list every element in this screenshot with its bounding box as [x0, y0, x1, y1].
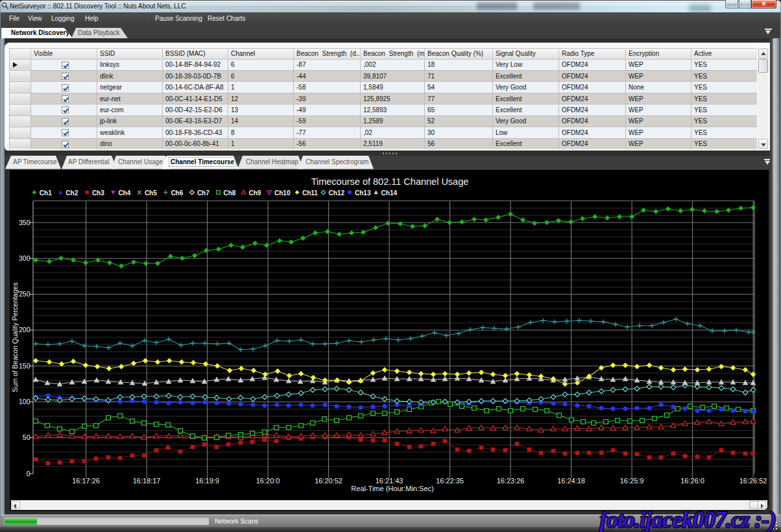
svg-text:Ch11: Ch11 — [302, 189, 318, 197]
svg-text:16:24:18: 16:24:18 — [557, 477, 585, 485]
svg-text:16:17:26: 16:17:26 — [72, 477, 100, 485]
svg-text:Ch8: Ch8 — [224, 189, 236, 197]
svg-text:16:26:0: 16:26:0 — [680, 477, 704, 485]
svg-text:16:21:43: 16:21:43 — [376, 477, 403, 485]
svg-text:Real-Time (Hour:Min:Sec): Real-Time (Hour:Min:Sec) — [351, 485, 433, 492]
svg-text:16:22:35: 16:22:35 — [436, 477, 464, 485]
svg-text:16:19:9: 16:19:9 — [195, 477, 219, 485]
svg-text:Ch6: Ch6 — [171, 189, 183, 197]
svg-text:16:20:0: 16:20:0 — [256, 477, 280, 485]
svg-text:Ch14: Ch14 — [381, 189, 398, 197]
svg-text:16:20:52: 16:20:52 — [315, 477, 342, 485]
svg-text:100: 100 — [19, 398, 30, 405]
svg-text:Ch4: Ch4 — [118, 189, 130, 197]
svg-text:Ch2: Ch2 — [66, 189, 78, 197]
svg-text:Ch12: Ch12 — [329, 189, 345, 197]
svg-text:Ch13: Ch13 — [355, 189, 371, 197]
svg-text:16:26:52: 16:26:52 — [739, 477, 767, 485]
svg-text:Ch5: Ch5 — [145, 189, 157, 197]
svg-text:250: 250 — [19, 290, 30, 298]
svg-text:150: 150 — [19, 362, 30, 370]
svg-text:Sum of Beacon Quality Percenta: Sum of Beacon Quality Percentages — [11, 282, 19, 392]
svg-text:Ch7: Ch7 — [197, 189, 210, 197]
svg-text:16:23:26: 16:23:26 — [497, 477, 525, 485]
svg-text:16:25:9: 16:25:9 — [620, 477, 644, 485]
svg-text:Timecourse of 802.11 Channel U: Timecourse of 802.11 Channel Usage — [311, 176, 469, 187]
svg-text:50: 50 — [23, 433, 30, 441]
svg-text:0: 0 — [27, 470, 30, 478]
svg-text:200: 200 — [19, 326, 30, 333]
svg-text:Ch10: Ch10 — [274, 189, 291, 197]
svg-text:300: 300 — [19, 254, 30, 262]
svg-text:Ch3: Ch3 — [92, 189, 104, 197]
svg-text:Ch1: Ch1 — [40, 189, 52, 197]
svg-text:Ch9: Ch9 — [249, 189, 261, 197]
svg-text:16:18:17: 16:18:17 — [133, 477, 161, 485]
svg-text:350: 350 — [19, 219, 30, 226]
